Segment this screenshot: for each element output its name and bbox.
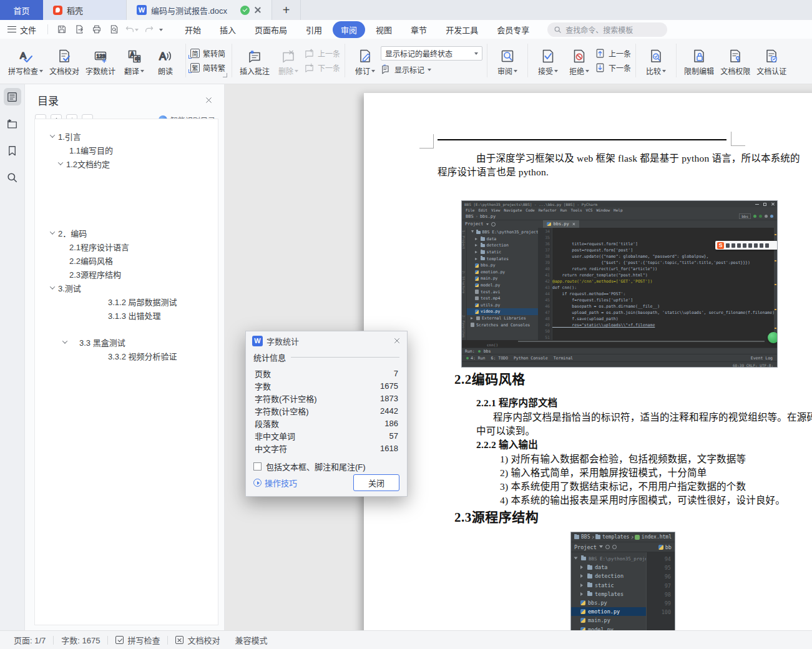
compare-button[interactable]: 比较 xyxy=(640,44,672,77)
gear-icon xyxy=(605,545,610,549)
spell-check-button[interactable]: 拼写检查 xyxy=(5,44,46,77)
toc-item-2-1[interactable]: 2.1程序设计语言 xyxy=(35,240,218,253)
close-toc-icon[interactable] xyxy=(205,96,213,104)
stat-row: 字符数(计空格)2442 xyxy=(255,404,398,417)
toc-item-3[interactable]: 3.测试 xyxy=(35,281,218,295)
tab-references[interactable]: 引用 xyxy=(298,21,330,38)
page-indicator[interactable]: 页面: 1/7 xyxy=(6,634,53,646)
sogou-logo-icon: S xyxy=(717,242,724,249)
insert-comment-button[interactable]: 插入批注 xyxy=(237,44,273,77)
tab-review[interactable]: 审阅 xyxy=(333,21,365,38)
doc-permission-button[interactable]: 文档权限 xyxy=(717,44,753,77)
include-footnotes-checkbox[interactable] xyxy=(253,462,262,471)
toc-item-2-3[interactable]: 2.3源程序结构 xyxy=(35,267,218,281)
tips-link[interactable]: 操作技巧 xyxy=(253,477,297,489)
tab-document[interactable]: W 编码与测试报告.docx xyxy=(126,0,272,20)
print-preview-button[interactable] xyxy=(107,22,122,36)
toc-item-1[interactable]: 1.引言 xyxy=(35,129,218,143)
toc-item-label: 1.引言 xyxy=(58,130,81,142)
next-comment-button[interactable]: 下一条 xyxy=(304,62,340,73)
list-item: 1) 对所有输入数据都会检验，包括视频数据，文字数据等 xyxy=(500,451,746,465)
checkbox-label: 包括文本框、脚注和尾注(F) xyxy=(266,461,366,472)
tab-page-layout[interactable]: 页面布局 xyxy=(247,21,295,38)
group-expand-icon[interactable] xyxy=(223,73,227,77)
play-circle-icon xyxy=(253,479,262,487)
stop-icon xyxy=(765,215,768,218)
chevron-down-icon[interactable] xyxy=(62,338,67,343)
toc-item-3-3-2[interactable]: 3.3.2 视频分析验证 xyxy=(35,349,218,363)
show-markup-button[interactable]: 显示标记 xyxy=(381,64,482,75)
tab-dev-tools[interactable]: 开发工具 xyxy=(438,21,486,38)
tab-start[interactable]: 开始 xyxy=(177,21,209,38)
redo-button[interactable] xyxy=(142,22,157,36)
close-button[interactable]: 关闭 xyxy=(353,474,399,491)
stat-row: 段落数186 xyxy=(255,417,398,429)
toc-panel-button[interactable] xyxy=(4,88,21,105)
menu-item: Window xyxy=(596,208,610,212)
file-menu-button[interactable]: 文件 xyxy=(0,20,44,39)
panel-flag-button[interactable] xyxy=(4,115,21,132)
doc-proof-toggle[interactable]: 文档校对 xyxy=(168,634,227,646)
save-button[interactable] xyxy=(54,22,69,36)
close-icon xyxy=(572,223,575,226)
tab-home-label: 首页 xyxy=(13,4,29,16)
export-button[interactable] xyxy=(72,22,87,36)
prev-comment-button[interactable]: 上一条 xyxy=(304,48,340,59)
bookmark-button[interactable] xyxy=(4,142,21,159)
tab-home[interactable]: 首页 xyxy=(0,0,43,20)
restrict-editing-button[interactable]: 限制编辑 xyxy=(681,44,717,77)
toc-item-3-1-2[interactable]: 3.1.2 局部数据测试 xyxy=(35,295,218,308)
toc-item-2-2[interactable]: 2.2编码风格 xyxy=(35,253,218,267)
word-count-indicator[interactable]: 字数: 1675 xyxy=(54,634,107,646)
word-count-button[interactable]: 字数统计 xyxy=(82,44,119,77)
doc-proof-button[interactable]: 文档校对 xyxy=(46,44,82,77)
trad-to-simp-button[interactable]: 简繁转简 xyxy=(190,48,225,59)
simp-to-trad-label: 简转繁 xyxy=(203,62,225,73)
prev-change-icon xyxy=(595,48,605,59)
print-button[interactable] xyxy=(89,22,104,36)
chevron-down-icon[interactable] xyxy=(50,132,55,137)
toc-item-3-1-3[interactable]: 3.1.3 出错处理 xyxy=(35,308,218,322)
stat-row: 字符数(不计空格)1873 xyxy=(255,392,398,404)
next-change-button[interactable]: 下一条 xyxy=(595,62,631,73)
delete-comment-button[interactable]: 删除 xyxy=(273,44,304,77)
track-changes-button[interactable]: 修订 xyxy=(350,44,381,77)
close-tab-icon[interactable] xyxy=(254,6,262,14)
dialog-title-bar[interactable]: W 字数统计 xyxy=(246,331,407,350)
doc-proof-icon xyxy=(57,45,72,64)
minimize-icon xyxy=(755,204,759,205)
tab-section[interactable]: 章节 xyxy=(403,21,435,38)
toc-item-1-1[interactable]: 1.1编写目的 xyxy=(35,143,218,157)
document-page[interactable]: 由于深度学习框架以及 web 框架 flask 都是基于 python 语言，所… xyxy=(364,93,812,630)
toc-title: 目录 xyxy=(37,92,59,108)
accept-button[interactable]: 接受 xyxy=(532,44,564,77)
prev-change-button[interactable]: 上一条 xyxy=(595,48,631,59)
markup-state-select[interactable]: 显示标记的最终状态 xyxy=(381,46,482,61)
read-aloud-button[interactable]: 朗读 xyxy=(150,44,181,77)
chevron-down-icon[interactable] xyxy=(50,284,55,289)
tab-docer[interactable]: 稻壳 xyxy=(43,0,126,20)
close-dialog-icon[interactable] xyxy=(393,337,401,344)
reject-button[interactable]: 拒绝 xyxy=(564,44,595,77)
spell-check-toggle[interactable]: 拼写检查 xyxy=(108,634,167,646)
new-tab-button[interactable]: + xyxy=(272,0,301,20)
tab-member[interactable]: 会员专享 xyxy=(489,21,537,38)
chevron-down-icon[interactable] xyxy=(58,160,63,165)
tab-view[interactable]: 视图 xyxy=(368,21,400,38)
review-pane-button[interactable]: 审阅 xyxy=(492,44,523,77)
doc-certification-button[interactable]: 文档认证 xyxy=(753,44,790,77)
menu-item: Navigate xyxy=(504,208,522,212)
toc-item-2[interactable]: 2．编码 xyxy=(35,226,218,240)
toc-item-3-3[interactable]: 3.3 黑盒测试 xyxy=(35,335,218,349)
command-search-box[interactable]: 查找命令、搜索模板 xyxy=(547,22,667,37)
menu-item: Help xyxy=(614,208,622,212)
customize-toolbar-icon[interactable] xyxy=(159,29,163,33)
undo-button[interactable] xyxy=(124,22,139,36)
simp-to-trad-button[interactable]: 繁简转繁 xyxy=(190,62,225,73)
tab-insert[interactable]: 插入 xyxy=(212,21,244,38)
toc-item-1-2[interactable]: 1.2文档约定 xyxy=(35,157,218,170)
pycharm-title-bar: BBS [E:\python35_projects\BBS] - ...\bbs… xyxy=(462,201,777,207)
find-button[interactable] xyxy=(4,168,21,186)
translate-button[interactable]: 翻译 xyxy=(119,44,150,77)
chevron-down-icon[interactable] xyxy=(50,229,55,234)
